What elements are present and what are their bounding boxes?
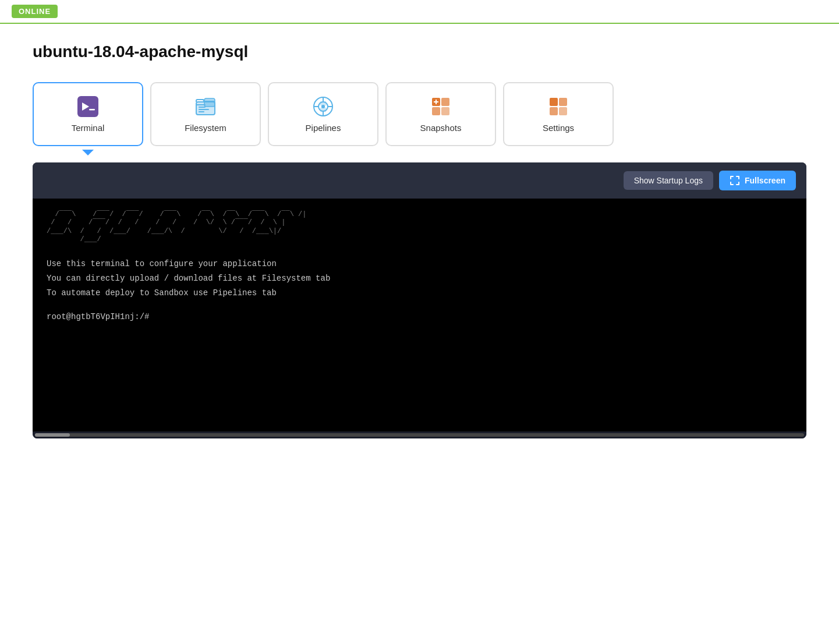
svg-rect-9 (204, 98, 215, 107)
tab-pipelines-wrapper[interactable]: Pipelines (268, 82, 378, 146)
ascii-art: /‾‾‾\ /‾‾‾/ /‾‾‾/ /‾‾‾\ /‾‾\ /‾‾\ /‾‾‾\ … (47, 210, 792, 244)
terminal-wrapper: Show Startup Logs Fullscreen /‾‾‾\ /‾‾‾/… (33, 162, 806, 438)
show-startup-logs-button[interactable]: Show Startup Logs (624, 171, 713, 190)
terminal-prompt[interactable]: root@hgtbT6VpIH1nj:/# (47, 311, 792, 323)
scrollbar-track[interactable] (35, 433, 804, 437)
svg-rect-11 (204, 101, 215, 102)
svg-rect-25 (550, 98, 558, 106)
top-bar: ONLINE (0, 0, 839, 24)
page-title: ubuntu-18.04-apache-mysql (33, 43, 806, 61)
terminal-screen[interactable]: /‾‾‾\ /‾‾‾/ /‾‾‾/ /‾‾‾\ /‾‾\ /‾‾\ /‾‾‾\ … (33, 199, 806, 431)
svg-rect-6 (199, 107, 206, 108)
filesystem-icon (195, 96, 216, 117)
fullscreen-label: Fullscreen (745, 176, 785, 185)
tab-filesystem-label: Filesystem (185, 123, 226, 133)
tab-pipelines[interactable]: Pipelines (268, 82, 378, 146)
terminal-line1: Use this terminal to configure your appl… (47, 258, 792, 270)
settings-icon (548, 96, 569, 117)
tab-filesystem-wrapper[interactable]: Filesystem (150, 82, 261, 146)
svg-rect-28 (559, 107, 567, 115)
svg-rect-7 (199, 109, 209, 110)
snapshots-icon (430, 96, 451, 117)
tab-terminal-label: Terminal (72, 123, 105, 133)
tab-snapshots-label: Snapshots (420, 123, 462, 133)
scrollbar-thumb[interactable] (35, 433, 70, 437)
scrollbar-area[interactable] (33, 431, 806, 438)
tab-settings-wrapper[interactable]: Settings (503, 82, 614, 146)
svg-rect-27 (550, 107, 558, 115)
fullscreen-icon (730, 175, 740, 186)
svg-rect-2 (89, 109, 95, 111)
tab-terminal-wrapper[interactable]: Terminal (33, 82, 143, 146)
svg-rect-20 (441, 98, 449, 106)
tab-filesystem[interactable]: Filesystem (150, 82, 261, 146)
tab-snapshots-wrapper[interactable]: Snapshots (385, 82, 496, 146)
terminal-line2: You can directly upload / download files… (47, 273, 792, 285)
tab-terminal[interactable]: Terminal (33, 82, 143, 146)
page-content: ubuntu-18.04-apache-mysql Terminal (0, 24, 839, 438)
svg-rect-26 (559, 98, 567, 106)
pipelines-icon (313, 96, 334, 117)
tab-settings[interactable]: Settings (503, 82, 614, 146)
tab-snapshots[interactable]: Snapshots (385, 82, 496, 146)
tab-settings-label: Settings (543, 123, 574, 133)
terminal-line3: To automate deploy to Sandbox use Pipeli… (47, 287, 792, 299)
online-badge: ONLINE (12, 5, 58, 18)
svg-rect-8 (199, 111, 204, 112)
terminal-toolbar: Show Startup Logs Fullscreen (33, 162, 806, 199)
terminal-icon (77, 96, 98, 117)
tabs-row: Terminal Filesystem (33, 82, 806, 146)
svg-rect-21 (432, 107, 440, 115)
tab-pipelines-label: Pipelines (306, 123, 341, 133)
svg-rect-22 (441, 107, 449, 115)
fullscreen-button[interactable]: Fullscreen (719, 171, 796, 190)
